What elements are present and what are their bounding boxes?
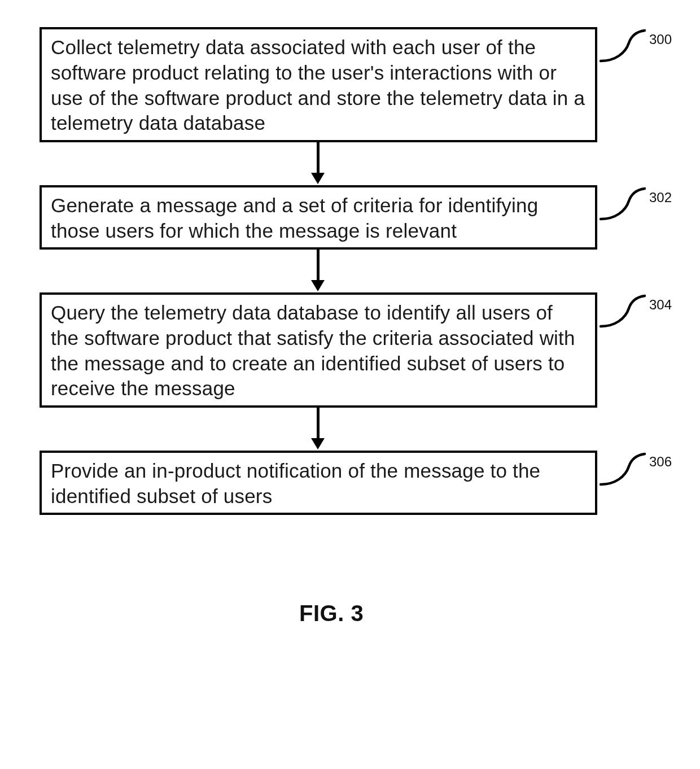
flowchart-canvas: Collect telemetry data associated with e… bbox=[0, 0, 700, 769]
step-text-302: Generate a message and a set of criteria… bbox=[51, 194, 538, 242]
step-box-302: Generate a message and a set of criteria… bbox=[40, 185, 597, 250]
step-box-304: Query the telemetry data database to ide… bbox=[40, 292, 597, 408]
ref-label-300: 300 bbox=[649, 32, 672, 47]
arrow-2-head bbox=[311, 280, 325, 291]
ref-label-306: 306 bbox=[649, 454, 672, 470]
ref-label-302: 302 bbox=[649, 190, 672, 206]
callout-306 bbox=[600, 452, 646, 488]
step-text-304: Query the telemetry data database to ide… bbox=[51, 302, 575, 399]
callout-304 bbox=[600, 294, 646, 330]
arrow-1-head bbox=[311, 173, 325, 184]
arrow-3-line bbox=[317, 408, 320, 439]
step-box-300: Collect telemetry data associated with e… bbox=[40, 27, 597, 142]
ref-label-304: 304 bbox=[649, 297, 672, 313]
callout-302 bbox=[600, 186, 646, 222]
step-box-306: Provide an in-product notification of th… bbox=[40, 451, 597, 515]
step-text-306: Provide an in-product notification of th… bbox=[51, 460, 540, 507]
callout-300 bbox=[600, 28, 646, 64]
figure-caption: FIG. 3 bbox=[299, 601, 364, 626]
arrow-2-line bbox=[317, 250, 320, 281]
step-text-300: Collect telemetry data associated with e… bbox=[51, 36, 585, 134]
arrow-3-head bbox=[311, 438, 325, 449]
arrow-1-line bbox=[317, 142, 320, 174]
